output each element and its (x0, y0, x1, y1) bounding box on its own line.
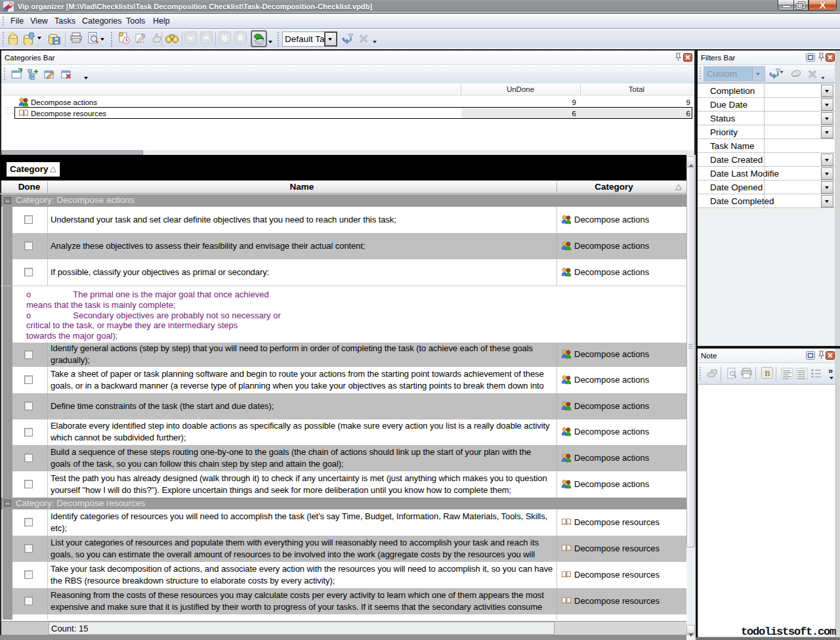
svg-text:B: B (765, 368, 770, 378)
